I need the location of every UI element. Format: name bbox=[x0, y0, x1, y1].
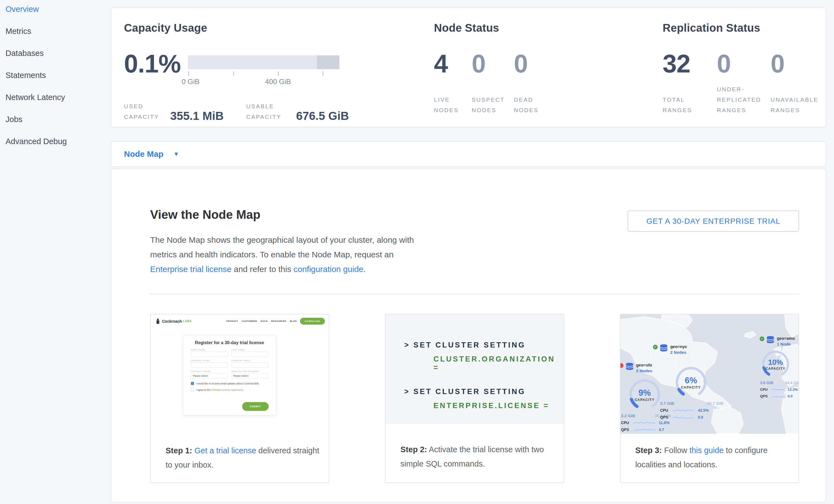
suspect-nodes-value: 0 bbox=[472, 53, 514, 74]
capacity-total: 34.4 GiB bbox=[785, 380, 798, 385]
get-enterprise-trial-button[interactable]: GET A 30-DAY ENTERPRISE TRIAL bbox=[628, 211, 799, 232]
description-text: and refer to this bbox=[232, 265, 293, 273]
chevron-down-icon[interactable]: ▼ bbox=[173, 151, 179, 157]
sidebar-item-databases[interactable]: Databases bbox=[5, 48, 111, 58]
replication-status-title: Replication Status bbox=[663, 22, 826, 34]
step-3-card: geo=sfo 2 Nodes 9% CAPACITY bbox=[620, 314, 799, 483]
form-submit-button: SUBMIT bbox=[242, 402, 269, 411]
total-ranges-label: TOTAL RANGES bbox=[663, 94, 700, 115]
email-updates-checkbox: ✓ bbox=[191, 382, 194, 385]
qps-sparkline bbox=[672, 415, 695, 419]
capacity-percent: 0.1% bbox=[124, 53, 181, 86]
used-capacity-value: 355.1 MiB bbox=[170, 110, 224, 122]
view-selector-bar[interactable]: Node Map ▼ bbox=[111, 141, 826, 167]
database-icon bbox=[626, 363, 634, 370]
replication-status-section: Replication Status 32 TOTAL RANGES 0 UND… bbox=[663, 22, 826, 127]
live-nodes-label: LIVE NODES bbox=[434, 94, 460, 115]
cpu-sparkline bbox=[771, 387, 786, 392]
capacity-percent: 10% bbox=[760, 358, 791, 367]
capacity-total: 65.7 GiB bbox=[707, 401, 724, 406]
cpu-value: 11.0% bbox=[659, 420, 670, 425]
locality-name: geo=ams bbox=[777, 336, 795, 341]
cpu-sparkline bbox=[633, 420, 656, 425]
cpu-label: CPU bbox=[621, 420, 632, 425]
cpu-value: 42.5% bbox=[698, 408, 709, 413]
sql-line-2: CLUSTER.ORGANIZATION = bbox=[433, 355, 564, 372]
dead-nodes-label: DEAD NODES bbox=[514, 94, 540, 115]
description-text: The Node Map shows the geographical layo… bbox=[150, 235, 414, 259]
capacity-caption: CAPACITY bbox=[673, 386, 709, 389]
live-nodes-value: 4 bbox=[434, 53, 472, 74]
cockroach-logo-icon bbox=[155, 318, 161, 324]
locality-badge-nyc: ✓ geo=nyc 2 Nodes bbox=[653, 344, 725, 419]
sidebar-item-metrics[interactable]: Metrics bbox=[5, 26, 111, 36]
qps-label: QPS bbox=[660, 415, 671, 419]
company-email-input bbox=[232, 363, 268, 368]
sidebar: Overview Metrics Databases Statements Ne… bbox=[0, 0, 111, 159]
project-phase-select: Please Select bbox=[191, 373, 228, 379]
enterprise-trial-license-link[interactable]: Enterprise trial license bbox=[150, 265, 232, 273]
reason-for-interest-label: REASON FOR INTEREST bbox=[232, 370, 268, 372]
node-map-dropdown[interactable]: Node Map bbox=[124, 149, 163, 159]
locality-name: geo=sfo bbox=[636, 363, 652, 367]
suspect-nodes-metric: 0 SUSPECT NODES bbox=[472, 53, 514, 115]
qps-sparkline bbox=[633, 428, 656, 432]
capacity-used: 3.7 GiB bbox=[660, 401, 675, 406]
unavailable-ranges-label: UNAVAILABLE RANGES bbox=[771, 94, 821, 115]
site-nav-docs: DOCS bbox=[261, 320, 267, 323]
site-nav-customers: CUSTOMERS bbox=[242, 320, 257, 323]
sidebar-item-statements[interactable]: Statements bbox=[5, 70, 111, 80]
site-nav-blog: BLOG bbox=[290, 320, 297, 323]
used-capacity-stat: USED CAPACITY 355.1 MiB bbox=[124, 101, 224, 122]
suspect-nodes-label: SUSPECT NODES bbox=[472, 94, 509, 115]
sql-line-1: > SET CLUSTER SETTING bbox=[404, 341, 564, 349]
unavailable-ranges-value: 0 bbox=[771, 53, 821, 74]
step-1-caption: Step 1: Get a trial license delivered st… bbox=[151, 425, 329, 472]
step-2-card: > SET CLUSTER SETTING CLUSTER.ORGANIZATI… bbox=[385, 314, 564, 483]
total-ranges-metric: 32 TOTAL RANGES bbox=[663, 53, 717, 115]
usable-capacity-value: 676.5 GiB bbox=[296, 110, 349, 122]
capacity-used: 3.6 GiB bbox=[760, 380, 773, 385]
tick-200gib bbox=[233, 71, 234, 76]
sidebar-item-jobs[interactable]: Jobs bbox=[5, 115, 111, 124]
used-capacity-label: USED CAPACITY bbox=[124, 101, 166, 122]
under-replicated-ranges-label: UNDER-REPLICATED RANGES bbox=[717, 84, 768, 115]
capacity-gauge: 10% CAPACITY bbox=[760, 349, 791, 379]
step-2-label: Step 2: bbox=[400, 445, 427, 454]
usable-capacity-stat: USABLE CAPACITY 676.5 GiB bbox=[246, 101, 349, 122]
qps-label: QPS bbox=[760, 394, 770, 398]
capacity-bar: 0 GiB 400 GiB bbox=[188, 53, 339, 86]
email-updates-label: I would like to receive email updates ab… bbox=[196, 382, 259, 385]
step-1-card: Cockroach LABS PRODUCT CUSTOMERS DOCS RE… bbox=[150, 314, 329, 483]
sidebar-item-advanced-debug[interactable]: Advanced Debug bbox=[5, 137, 111, 146]
qps-value: 0.0 bbox=[698, 415, 703, 419]
first-name-label: FIRST NAME bbox=[191, 349, 228, 351]
sidebar-item-network-latency[interactable]: Network Latency bbox=[5, 93, 111, 102]
this-guide-link[interactable]: this guide bbox=[689, 446, 724, 455]
sql-commands-snippet: > SET CLUSTER SETTING CLUSTER.ORGANIZATI… bbox=[386, 314, 564, 424]
node-map-panel: View the Node Map The Node Map shows the… bbox=[111, 169, 826, 503]
sidebar-item-overview[interactable]: Overview bbox=[5, 4, 111, 14]
tick-label-400gib: 400 GiB bbox=[265, 78, 291, 86]
healthy-status-icon: ✓ bbox=[760, 336, 764, 341]
trial-registration-form: Register for a 30-day trial license FIRS… bbox=[183, 335, 276, 415]
usable-capacity-label: USABLE CAPACITY bbox=[246, 101, 292, 122]
form-title: Register for a 30-day trial license bbox=[191, 340, 268, 345]
capacity-bar-other-segment bbox=[317, 56, 339, 69]
configuration-guide-link[interactable]: configuration guide bbox=[293, 265, 364, 273]
locality-badge-ams: ✓ geo=ams 1 Node bbox=[760, 336, 798, 398]
locality-name: geo=nyc bbox=[670, 344, 687, 349]
capacity-used: 3.2 GiB bbox=[621, 413, 635, 418]
node-count: 1 Node bbox=[777, 342, 795, 346]
license-agreement-label: I agree to the Software License Agreemen… bbox=[196, 389, 244, 391]
node-count: 2 Nodes bbox=[670, 350, 687, 355]
site-download-button: DOWNLOAD bbox=[300, 318, 325, 325]
company-name-input bbox=[191, 363, 228, 368]
last-name-label: LAST NAME bbox=[232, 349, 268, 351]
get-trial-license-link[interactable]: Get a trial license bbox=[195, 446, 256, 455]
project-phase-label: PROJECT PHASE bbox=[191, 370, 228, 372]
total-ranges-value: 32 bbox=[663, 53, 717, 74]
description-text: . bbox=[364, 265, 366, 273]
node-map-description: The Node Map shows the geographical layo… bbox=[150, 233, 420, 277]
first-name-input bbox=[191, 352, 228, 357]
